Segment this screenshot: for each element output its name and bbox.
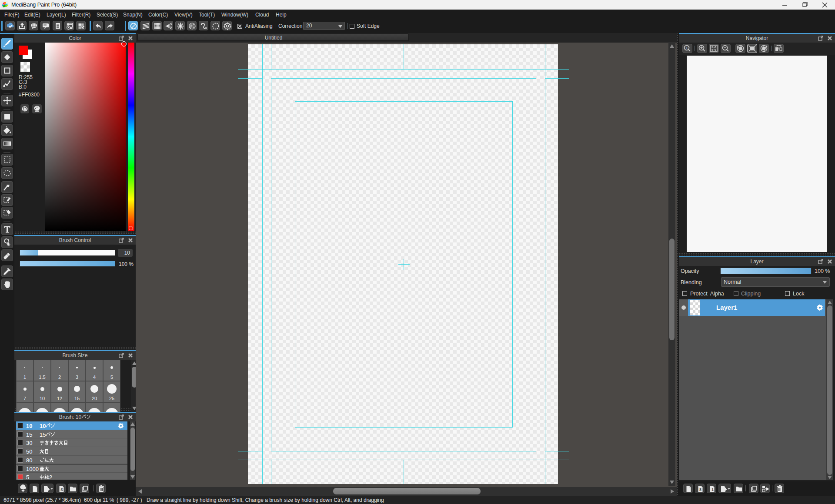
svg-text:8: 8 (699, 487, 701, 492)
svg-text:1: 1 (686, 46, 688, 50)
svg-text:S: S (60, 487, 63, 492)
svg-text:1: 1 (711, 487, 714, 492)
